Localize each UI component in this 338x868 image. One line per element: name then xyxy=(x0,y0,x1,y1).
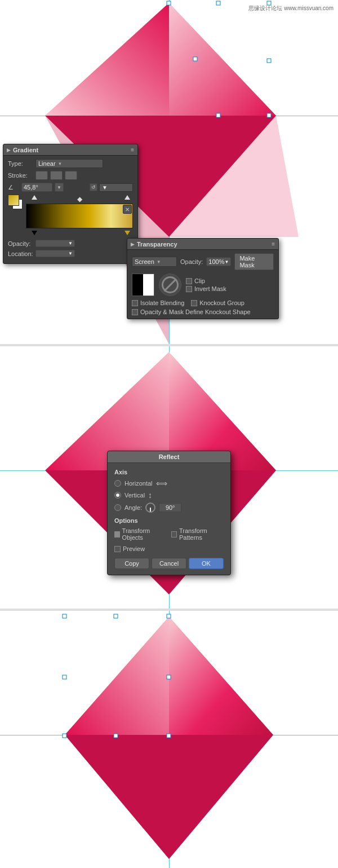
s3-diamond-br[interactable] xyxy=(169,735,273,859)
knockout-checkbox[interactable] xyxy=(191,300,197,306)
horizontal-radio[interactable] xyxy=(114,480,121,487)
mask-thumbnail[interactable] xyxy=(132,274,154,296)
handle-br[interactable] xyxy=(267,113,271,117)
gradient-panel-menu[interactable]: ≡ xyxy=(131,147,134,153)
isolate-row: Isolate Blending Knockout Group xyxy=(132,299,274,306)
reflect-h-icon: ⟺ xyxy=(156,479,167,488)
transparency-panel-title: Transparency xyxy=(137,241,177,248)
gradient-bar-wrap: ✕ xyxy=(26,204,133,228)
swatch-fg[interactable] xyxy=(8,195,19,206)
handle-center-mid[interactable] xyxy=(193,57,197,61)
diamond-top-right[interactable] xyxy=(169,3,276,116)
transform-obj-checkbox[interactable] xyxy=(114,531,120,537)
cancel-btn[interactable]: Cancel xyxy=(152,558,186,569)
rotate-icon[interactable]: ↺ xyxy=(90,183,97,191)
angle-label-d: Angle: xyxy=(124,504,142,511)
gradient-panel-body: Type: Linear ▼ Stroke: ∠ 45,8° ▼ xyxy=(3,156,137,263)
isolate-checkbox[interactable] xyxy=(132,300,138,306)
gradient-panel-title: Gradient xyxy=(13,147,38,153)
angle-dropdown-btn[interactable]: ▼ xyxy=(55,183,64,192)
dialog-body: Axis Horizontal ⟺ Vertical ↕ Angle: Opti… xyxy=(108,463,230,575)
handle-bottom-mid[interactable] xyxy=(216,113,220,117)
vertical-radio[interactable] xyxy=(114,492,121,499)
stroke-btn-3[interactable] xyxy=(65,171,77,180)
dialog-options: Options Transform Objects Transform Patt… xyxy=(114,517,224,541)
transparency-panel: ▶ Transparency ≡ Screen ▼ Opacity: 100% … xyxy=(127,238,279,319)
handle-top[interactable] xyxy=(167,1,171,5)
type-label: Type: xyxy=(8,160,33,167)
angle-radio[interactable] xyxy=(114,504,121,511)
opacity-row: Opacity: ▼ xyxy=(8,240,133,247)
gradient-panel: ▶ Gradient ≡ Type: Linear ▼ Stroke: xyxy=(3,144,138,264)
stop-mid-marker[interactable]: ◆ xyxy=(77,195,82,203)
angle-value-input[interactable] xyxy=(159,503,181,512)
opacity-value: 100% xyxy=(208,258,224,265)
stop-left[interactable] xyxy=(32,195,37,200)
preview-row: Preview xyxy=(114,545,224,552)
transparency-panel-menu[interactable]: ≡ xyxy=(272,241,275,247)
opacity-dropdown[interactable]: ▼ xyxy=(35,240,75,247)
gradient-panel-header: ▶ Gradient ≡ xyxy=(3,144,137,156)
angle-row: ∠ 45,8° ▼ ↺ ▼ xyxy=(8,183,133,192)
ok-btn[interactable]: OK xyxy=(189,558,224,569)
invert-label: Invert Mask xyxy=(194,285,226,292)
opacity-input[interactable]: 100% ▼ xyxy=(206,257,231,266)
angle-dial[interactable] xyxy=(145,503,155,513)
mask-thumbnail-inner xyxy=(132,274,143,296)
vertical-radio-item: Vertical ↕ xyxy=(114,491,224,500)
diamond-top-left[interactable] xyxy=(45,3,169,116)
opacity-mask-label: Opacity & Mask Define Knockout Shape xyxy=(140,309,251,315)
knockout-label: Knockout Group xyxy=(199,299,244,306)
s3-handle-tl[interactable] xyxy=(63,614,66,618)
handle-top-right[interactable] xyxy=(216,1,220,5)
mode-dropdown[interactable]: Screen ▼ xyxy=(132,257,177,267)
s3-handle-bl[interactable] xyxy=(63,734,66,738)
vertical-label: Vertical xyxy=(124,492,145,499)
opacity-mask-checkbox[interactable] xyxy=(132,309,138,315)
stop-bottom-left[interactable] xyxy=(32,231,37,235)
mode-value: Screen xyxy=(135,258,154,265)
gradient-stops-bottom xyxy=(26,230,133,237)
angle-input[interactable]: 45,8° xyxy=(21,183,52,192)
s3-diamond-bl[interactable] xyxy=(65,735,169,859)
s3-handle-top-right[interactable] xyxy=(167,614,171,618)
make-mask-btn[interactable]: Make Mask xyxy=(234,253,274,270)
second-dropdown[interactable]: ▼ xyxy=(99,183,133,192)
type-dropdown[interactable]: Linear ▼ xyxy=(35,159,103,168)
mode-dropdown-arrow: ▼ xyxy=(157,259,161,265)
clip-checkbox[interactable] xyxy=(186,278,192,284)
transform-pat-checkbox[interactable] xyxy=(171,531,177,537)
copy-btn[interactable]: Copy xyxy=(114,558,149,569)
color-swatch[interactable] xyxy=(8,195,23,209)
s3-handle-br[interactable] xyxy=(167,734,171,738)
gradient-bar[interactable] xyxy=(26,204,133,228)
stop-right[interactable] xyxy=(124,195,130,200)
location-dropdown[interactable]: ▼ xyxy=(35,250,75,257)
angle-row-dialog: Angle: xyxy=(114,503,224,513)
s3-handle-left-mid[interactable] xyxy=(63,675,66,679)
s3-handle-bottom-mid[interactable] xyxy=(114,734,118,738)
type-value: Linear xyxy=(38,160,56,167)
preview-checkbox[interactable] xyxy=(114,546,121,552)
invert-checkbox[interactable] xyxy=(186,286,192,292)
gradient-delete-btn[interactable]: ✕ xyxy=(123,205,132,214)
angle-value: 45,8° xyxy=(24,184,38,191)
section-1: 思缘设计论坛 www.missvuan.com xyxy=(0,0,338,344)
handle-right-mid[interactable] xyxy=(267,59,271,63)
stroke-btn-2[interactable] xyxy=(50,171,63,180)
transparency-body: Screen ▼ Opacity: 100% ▼ Make Mask xyxy=(127,250,278,319)
s3-diamond-tr[interactable] xyxy=(169,616,273,735)
reflect-dialog: Reflect Axis Horizontal ⟺ Vertical ↕ Ang… xyxy=(107,451,231,575)
stroke-label: Stroke: xyxy=(8,172,33,179)
transparency-panel-arrow: ▶ xyxy=(131,241,135,247)
s3-diamond-tl[interactable] xyxy=(65,616,169,735)
transform-obj-label: Transform Objects xyxy=(122,527,165,541)
isolate-label: Isolate Blending xyxy=(140,299,184,306)
opacity-label: Opacity: xyxy=(8,240,33,247)
stop-bottom-right[interactable] xyxy=(124,231,130,235)
s3-handle-top-mid[interactable] xyxy=(114,614,118,618)
options-checkboxes: Transform Objects Transform Patterns xyxy=(114,527,224,541)
s3-handle-right-mid[interactable] xyxy=(167,675,171,679)
gradient-panel-arrow: ▶ xyxy=(7,147,11,153)
stroke-btn-1[interactable] xyxy=(35,171,48,180)
